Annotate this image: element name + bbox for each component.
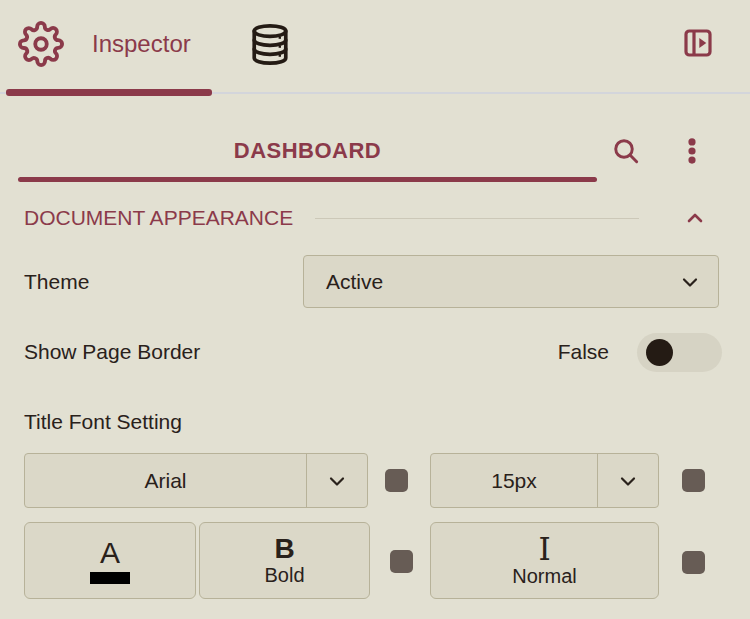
- gear-icon: [18, 21, 64, 67]
- italic-glyph: I: [538, 534, 550, 564]
- section-title: DOCUMENT APPEARANCE: [24, 206, 293, 230]
- tab-data[interactable]: [248, 21, 292, 68]
- bold-label: Bold: [264, 563, 304, 587]
- font-size-reset-swatch[interactable]: [682, 469, 705, 492]
- theme-field: Theme Active: [0, 255, 750, 308]
- font-family-dropdown[interactable]: Arial: [24, 453, 368, 508]
- database-icon: [248, 21, 292, 68]
- show-page-border-field: Show Page Border False: [0, 332, 750, 372]
- show-page-border-toggle[interactable]: [637, 333, 722, 372]
- collapse-panel-button[interactable]: [682, 27, 714, 59]
- dashboard-header: DASHBOARD: [0, 125, 750, 177]
- font-style-reset-swatch[interactable]: [682, 551, 705, 574]
- font-family-reset-swatch[interactable]: [385, 469, 408, 492]
- chevron-down-icon: [678, 270, 702, 294]
- topbar: Inspector: [0, 0, 750, 96]
- font-style-row: A B Bold I Normal: [0, 522, 750, 599]
- theme-value: Active: [304, 270, 383, 294]
- font-style-button[interactable]: I Normal: [430, 522, 659, 599]
- title-font-setting-label: Title Font Setting: [0, 410, 750, 432]
- font-family-value: Arial: [25, 469, 306, 493]
- font-color-swatch: [90, 572, 130, 584]
- toggle-knob: [646, 339, 673, 366]
- font-weight-reset-swatch[interactable]: [390, 550, 413, 573]
- kebab-menu-icon: [676, 135, 710, 167]
- tab-inspector[interactable]: Inspector: [18, 21, 191, 67]
- font-size-dropdown[interactable]: 15px: [430, 453, 659, 508]
- inspector-panel: Inspector: [0, 0, 750, 619]
- tab-inspector-label: Inspector: [92, 30, 191, 58]
- font-color-button[interactable]: A: [24, 522, 196, 599]
- font-family-size-row: Arial 15px: [0, 453, 750, 508]
- font-bold-button[interactable]: B Bold: [199, 522, 370, 599]
- theme-dropdown[interactable]: Active: [303, 255, 719, 308]
- kebab-menu-button[interactable]: [676, 134, 710, 168]
- page-title: DASHBOARD: [18, 125, 597, 177]
- font-style-label: Normal: [512, 564, 576, 588]
- font-color-glyph: A: [100, 538, 120, 568]
- collapse-panel-icon: [682, 27, 714, 59]
- search-button[interactable]: [610, 134, 644, 168]
- bold-glyph: B: [274, 535, 294, 563]
- theme-label: Theme: [24, 270, 89, 294]
- show-page-border-value: False: [558, 340, 609, 364]
- section-divider: [315, 218, 639, 219]
- section-document-appearance[interactable]: DOCUMENT APPEARANCE: [0, 198, 750, 238]
- chevron-down-icon[interactable]: [597, 454, 658, 507]
- font-size-value: 15px: [431, 469, 597, 493]
- dashboard-underline: [18, 177, 597, 182]
- chevron-down-icon[interactable]: [306, 454, 367, 507]
- active-tab-indicator: [6, 89, 212, 96]
- show-page-border-label: Show Page Border: [24, 340, 200, 364]
- search-icon: [610, 135, 644, 167]
- chevron-up-icon[interactable]: [683, 206, 707, 230]
